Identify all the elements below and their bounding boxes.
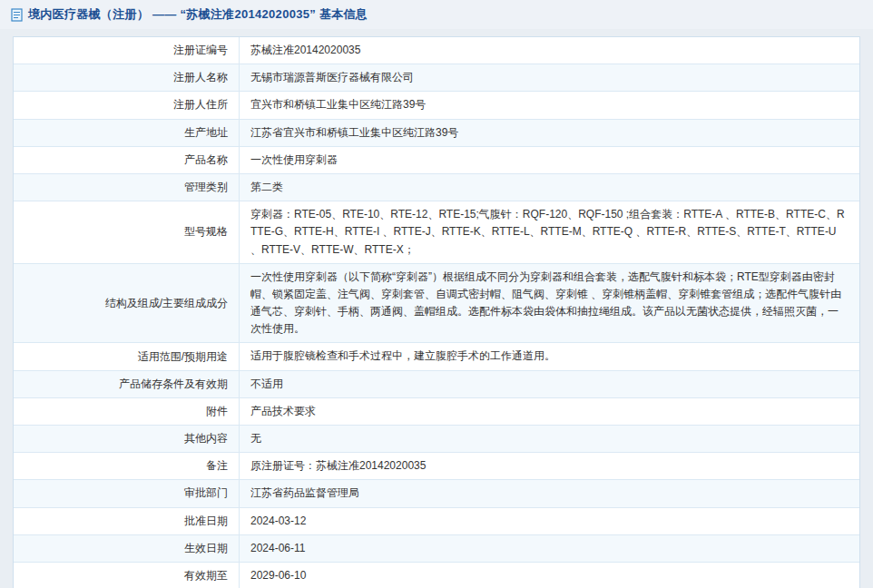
row-value: 一次性使用穿刺器（以下简称“穿刺器”）根据组成不同分为穿刺器和组合套装，选配气腹… xyxy=(240,264,859,343)
table-row: 生效日期2024-06-11 xyxy=(14,535,859,563)
table-row: 产品储存条件及有效期不适用 xyxy=(14,371,859,398)
row-label: 产品名称 xyxy=(14,147,240,173)
page-header: 境内医疗器械（注册） —— “苏械注准20142020035” 基本信息 xyxy=(0,0,873,29)
row-label: 产品储存条件及有效期 xyxy=(14,371,240,397)
row-label: 审批部门 xyxy=(14,480,240,506)
table-row: 备注原注册证号：苏械注准20142020035 xyxy=(14,453,859,480)
row-label: 附件 xyxy=(14,398,240,425)
info-table: 注册证编号苏械注准20142020035注册人名称无锡市瑞源普斯医疗器械有限公司… xyxy=(13,36,860,588)
row-label: 生效日期 xyxy=(14,535,240,562)
table-row: 注册人住所宜兴市和桥镇工业集中区纯江路39号 xyxy=(14,92,859,119)
row-label: 型号规格 xyxy=(14,201,240,263)
page-title: 境内医疗器械（注册） —— “苏械注准20142020035” 基本信息 xyxy=(28,6,368,23)
row-value: 一次性使用穿刺器 xyxy=(240,147,859,173)
row-label: 管理类别 xyxy=(14,174,240,201)
row-label: 批准日期 xyxy=(14,508,240,534)
row-value: 原注册证号：苏械注准20142020035 xyxy=(240,453,859,479)
table-row: 生产地址江苏省宜兴市和桥镇工业集中区纯江路39号 xyxy=(14,120,859,147)
document-icon xyxy=(11,8,23,22)
table-row: 产品名称一次性使用穿刺器 xyxy=(14,147,859,174)
row-label: 注册人住所 xyxy=(14,92,240,118)
row-label: 适用范围/预期用途 xyxy=(14,343,240,369)
row-label: 注册人名称 xyxy=(14,64,240,91)
row-value: 江苏省宜兴市和桥镇工业集中区纯江路39号 xyxy=(240,120,859,146)
row-value: 江苏省药品监督管理局 xyxy=(240,480,859,506)
row-value: 宜兴市和桥镇工业集中区纯江路39号 xyxy=(240,92,859,118)
row-value: 产品技术要求 xyxy=(240,398,859,425)
table-row: 附件产品技术要求 xyxy=(14,398,859,426)
row-value: 2024-03-12 xyxy=(240,508,859,534)
table-row: 管理类别第二类 xyxy=(14,174,859,201)
table-row: 结构及组成/主要组成成分一次性使用穿刺器（以下简称“穿刺器”）根据组成不同分为穿… xyxy=(14,264,859,344)
table-row: 注册证编号苏械注准20142020035 xyxy=(14,37,859,64)
row-label: 其他内容 xyxy=(14,426,240,452)
table-row: 批准日期2024-03-12 xyxy=(14,508,859,535)
row-value: 不适用 xyxy=(240,371,859,397)
row-value: 2024-06-11 xyxy=(240,535,859,562)
row-label: 备注 xyxy=(14,453,240,479)
row-value: 第二类 xyxy=(240,174,859,201)
row-label: 结构及组成/主要组成成分 xyxy=(14,264,240,343)
row-value: 无 xyxy=(240,426,859,452)
table-row: 其他内容无 xyxy=(14,426,859,453)
row-value: 苏械注准20142020035 xyxy=(240,37,859,64)
table-row: 型号规格穿刺器：RTE-05、RTE-10、RTE-12、RTE-15;气腹针：… xyxy=(14,201,859,264)
row-label: 注册证编号 xyxy=(14,37,240,64)
table-row: 审批部门江苏省药品监督管理局 xyxy=(14,480,859,507)
table-row: 注册人名称无锡市瑞源普斯医疗器械有限公司 xyxy=(14,64,859,92)
row-label: 生产地址 xyxy=(14,120,240,146)
table-row: 有效期至2029-06-10 xyxy=(14,563,859,588)
row-value: 穿刺器：RTE-05、RTE-10、RTE-12、RTE-15;气腹针：RQF-… xyxy=(240,201,859,263)
row-label: 有效期至 xyxy=(14,563,240,588)
table-row: 适用范围/预期用途适用于腹腔镜检查和手术过程中，建立腹腔手术的工作通道用。 xyxy=(14,343,859,370)
row-value: 2029-06-10 xyxy=(240,563,859,588)
row-value: 适用于腹腔镜检查和手术过程中，建立腹腔手术的工作通道用。 xyxy=(240,343,859,369)
row-value: 无锡市瑞源普斯医疗器械有限公司 xyxy=(240,64,859,91)
